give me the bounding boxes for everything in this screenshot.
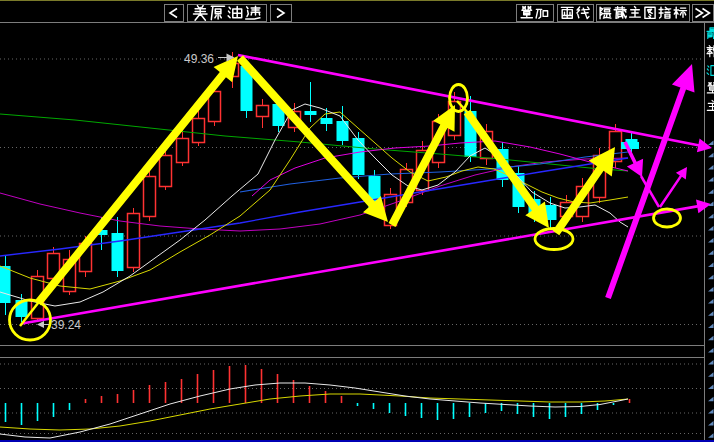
svg-text:39.24: 39.24: [51, 318, 81, 332]
svg-text:49.36: 49.36: [184, 52, 214, 66]
